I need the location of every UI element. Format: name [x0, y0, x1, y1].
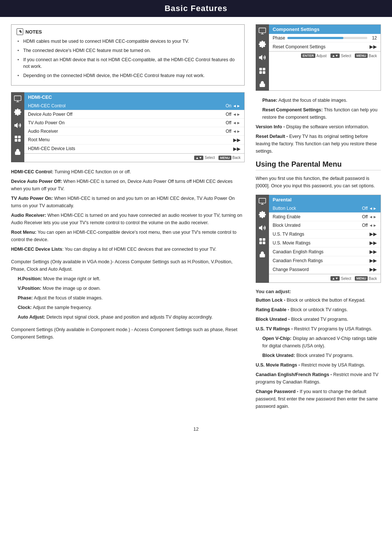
computer-setting-4: Auto Adjust: Detects input signal clock,…	[18, 313, 245, 321]
tv-power-on-desc: TV Auto Power On: When HDMI-CEC is turne…	[11, 195, 245, 209]
speaker-icon	[13, 121, 22, 130]
hdmi-cec-descriptions: HDMI-CEC Control: Turning HDMI-CEC funct…	[11, 168, 245, 253]
hdmi-cec-row-1[interactable]: Device Auto Power Off Off ◄►	[24, 110, 244, 119]
parental-row-7[interactable]: Change Password ▶▶	[269, 265, 381, 274]
you-can-adjust-label: You can adjust:	[256, 289, 381, 294]
arrow-updown-icon: ▲▼	[194, 156, 204, 160]
phase-value: 12	[370, 35, 377, 41]
menu-icon: MENU	[355, 53, 368, 58]
parental-panel-sidebar	[256, 195, 269, 283]
svg-rect-16	[263, 68, 265, 70]
parental-item-1: Rating Enable - Block or unblock TV rati…	[256, 306, 381, 313]
parental-row-6[interactable]: Canadian French Ratings ▶▶	[269, 256, 381, 265]
parental-panel-wrapper: Parental Button Lock Off ◄► Rating Enabl…	[256, 195, 381, 283]
parental-row-4[interactable]: U.S. Movie Ratings ▶▶	[269, 239, 381, 247]
component-panel: Component Settings Phase 12 Reset Compon…	[269, 24, 381, 91]
lock-icon-right	[258, 80, 267, 88]
computer-settings-intro: Computer Settings (Only available in VGA…	[11, 258, 245, 273]
hdmi-cec-panel: HDMI-CEC HDMI-CEC Control On ◄► Device A…	[24, 92, 245, 162]
parental-row-value: Off ◄►	[362, 206, 377, 211]
parental-row-1[interactable]: Rating Enable Off ◄►	[269, 213, 381, 221]
tv-icon-parental	[258, 197, 267, 206]
svg-rect-26	[263, 239, 265, 241]
component-settings-intro: Component Settings (Only available in Co…	[11, 326, 245, 341]
back-btn-label: MENU Back	[355, 276, 377, 281]
lr-arrow-icon: ◄►	[369, 215, 377, 219]
settings-icon-right	[258, 40, 267, 49]
r-arrow-icon: ▶▶	[233, 146, 241, 152]
component-icon-parental	[258, 237, 267, 246]
menu-icon: MENU	[355, 276, 368, 281]
svg-rect-28	[263, 242, 265, 244]
lr-arrow-icon: ◄►	[369, 206, 377, 211]
parental-row-0[interactable]: Button Lock Off ◄►	[269, 204, 381, 213]
svg-rect-19	[260, 84, 265, 87]
reset-component-label: Reset Component Settings	[273, 44, 325, 49]
parental-indent: Open V-Chip: Display an advanced V-Chip …	[256, 335, 381, 359]
lr-arrow-icon: ◄►	[232, 129, 241, 133]
svg-rect-17	[260, 72, 262, 74]
component-desc-3: Reset Default - Every TV has its origina…	[256, 133, 381, 155]
lr-arrow-icon: ◄►	[369, 223, 377, 228]
hdmi-cec-row-2[interactable]: TV Auto Power On Off ◄►	[24, 119, 244, 127]
panel-sidebar	[11, 92, 24, 162]
component-desc-2: Version Info - Display the software vers…	[256, 123, 381, 131]
parental-row-label: U.S. Movie Ratings	[273, 240, 311, 246]
select-btn-label: ▲▼ Select	[194, 156, 215, 160]
right-column: Component Settings Phase 12 Reset Compon…	[256, 24, 381, 415]
row-label: Audio Receiver	[28, 129, 58, 134]
you-can-adjust-section: You can adjust: Button Lock - Block or u…	[256, 289, 381, 410]
hdmi-cec-row-4[interactable]: Root Menu ▶▶	[24, 136, 244, 145]
parental-item-7: Canadian English/French Ratings - Restri…	[256, 371, 381, 386]
svg-marker-14	[259, 55, 262, 60]
parental-row-label: Block Unrated	[273, 223, 300, 228]
r-arrow-icon: ▶▶	[370, 240, 377, 246]
hdmi-cec-row-3[interactable]: Audio Receiver Off ◄►	[24, 127, 244, 136]
r-arrow-icon: ▶▶	[233, 137, 241, 143]
arrow-updown-icon: ▲▼	[330, 276, 340, 281]
hdmi-cec-row-5[interactable]: HDMI-CEC Device Lists ▶▶	[24, 145, 244, 153]
device-power-off-desc: Device Auto Power Off: When HDMI-CEC is …	[11, 178, 245, 192]
row-value: ▶▶	[233, 137, 241, 143]
lr-arrow-icon: ◄►	[232, 104, 241, 108]
svg-marker-24	[259, 226, 262, 230]
component-icon	[13, 134, 22, 143]
parental-item-6: U.S. Movie Ratings - Restrict movie by U…	[256, 361, 381, 369]
component-panel-title: Component Settings	[269, 25, 381, 34]
parental-item-2: Block Unrated - Block unrated TV program…	[256, 316, 381, 323]
row-label: HDMI-CEC Device Lists	[28, 146, 75, 151]
component-descriptions: Phase: Adjust the focus of stable images…	[256, 97, 381, 155]
phase-row[interactable]: Phase 12	[269, 34, 381, 42]
hdmi-cec-row-0[interactable]: HDMI-CEC Control On ◄►	[24, 102, 244, 110]
svg-rect-29	[260, 254, 265, 257]
notes-icon: ✎	[17, 28, 23, 35]
parental-item-3: U.S. TV Ratings - Restrict TV programs b…	[256, 325, 381, 333]
parental-row-3[interactable]: U.S. TV Ratings ▶▶	[269, 230, 381, 239]
parental-row-2[interactable]: Block Unrated Off ◄►	[269, 221, 381, 230]
parental-row-label: Rating Enable	[273, 214, 300, 219]
root-menu-desc: Root Menu: You can open an HDMI-CEC-comp…	[11, 229, 245, 243]
parental-row-label: Change Password	[273, 267, 309, 272]
r-arrow-icon: ▶▶	[370, 44, 377, 49]
note-item: HDMI cables must be used to connect HDMI…	[17, 38, 239, 45]
component-icon-right	[258, 66, 267, 75]
svg-rect-10	[259, 28, 266, 33]
computer-settings-items: H.Position: Move the image right or left…	[11, 275, 245, 321]
parental-row-label: Canadian English Ratings	[273, 249, 323, 254]
row-label: Root Menu	[28, 137, 50, 142]
lock-icon-parental	[258, 250, 267, 259]
computer-setting-2: Phase: Adjust the focus of stable images…	[18, 294, 245, 302]
parental-item-0: Button Lock - Block or unblock the butto…	[256, 296, 381, 304]
row-value: ▶▶	[233, 146, 241, 152]
speaker-icon-parental	[258, 223, 267, 232]
svg-rect-15	[260, 68, 262, 70]
parental-panel: Parental Button Lock Off ◄► Rating Enabl…	[269, 195, 381, 283]
reset-component-row[interactable]: Reset Component Settings ▶▶	[269, 42, 381, 51]
component-panel-sidebar	[256, 24, 269, 91]
parental-item-8: Change Password - If you want to change …	[256, 388, 381, 410]
parental-row-5[interactable]: Canadian English Ratings ▶▶	[269, 247, 381, 256]
page-title: Basic Features	[165, 4, 228, 13]
phase-label: Phase	[273, 35, 285, 41]
notes-box: ✎ NOTES HDMI cables must be used to conn…	[11, 24, 245, 86]
phase-bar-container	[287, 37, 367, 39]
